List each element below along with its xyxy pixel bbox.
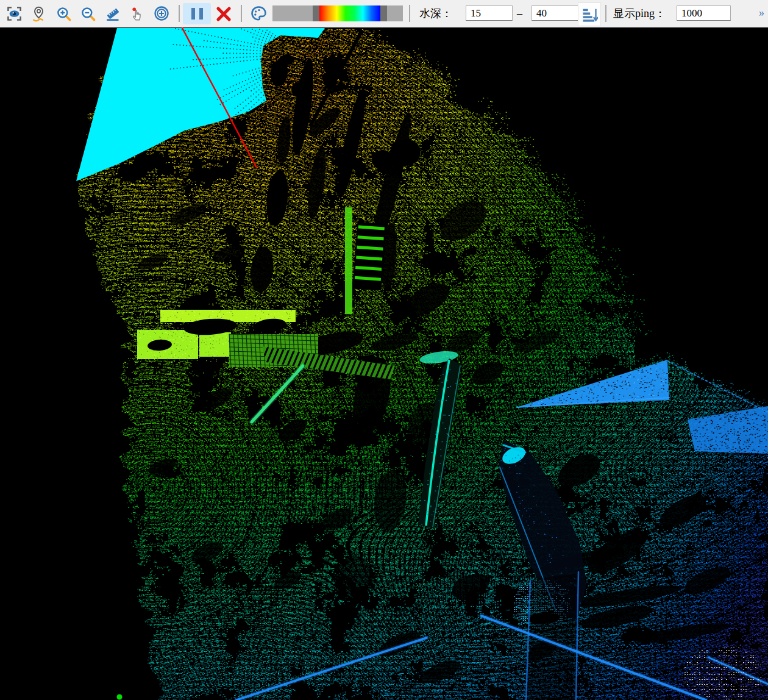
center-target-button[interactable] (153, 5, 170, 22)
measure-ruler-icon (105, 5, 121, 22)
zoom-out-icon (80, 5, 96, 22)
zoom-out-button[interactable] (79, 5, 96, 22)
toolbar-separator (605, 5, 606, 22)
depth-range-separator: – (517, 0, 522, 27)
track-pin-icon (30, 5, 47, 22)
stop-icon (215, 5, 233, 23)
center-target-icon (153, 5, 170, 22)
colormap-gradient (319, 5, 380, 21)
sort-descending-icon (581, 6, 598, 23)
colormap-range-slider[interactable] (272, 5, 403, 21)
pause-icon (191, 8, 195, 20)
measure-button[interactable] (104, 5, 121, 22)
pointcloud-viewport[interactable] (0, 27, 768, 700)
toolbar-separator (179, 5, 180, 22)
application-window: { "toolbar": { "background": "#f0f0f0", … (0, 0, 768, 700)
palette-button[interactable] (249, 4, 268, 23)
pointcloud-canvas[interactable] (0, 27, 768, 700)
palette-icon (249, 4, 268, 23)
stop-button[interactable] (214, 4, 233, 24)
depth-min-input[interactable] (466, 5, 513, 21)
zoom-in-button[interactable] (55, 5, 72, 22)
toolbar: 水深： – 显示ping： » (0, 0, 768, 28)
toolbar-overflow-chevron[interactable]: » (759, 0, 764, 27)
fit-view-icon (6, 5, 23, 22)
ping-count-input[interactable] (677, 5, 731, 21)
depth-label: 水深： (419, 0, 452, 27)
ping-label: 显示ping： (613, 0, 666, 27)
toolbar-separator (241, 5, 242, 22)
pick-hand-icon (129, 5, 146, 22)
zoom-in-icon (55, 5, 72, 22)
sort-depth-button[interactable] (578, 2, 601, 26)
colorbar-handle-right[interactable] (380, 5, 387, 21)
track-pin-button[interactable] (30, 5, 47, 22)
colorbar-handle-left[interactable] (313, 5, 319, 21)
pause-button[interactable] (183, 3, 211, 24)
pick-button[interactable] (129, 5, 146, 22)
toolbar-separator (409, 5, 410, 22)
depth-max-input[interactable] (532, 5, 578, 21)
fit-view-button[interactable] (5, 5, 23, 22)
